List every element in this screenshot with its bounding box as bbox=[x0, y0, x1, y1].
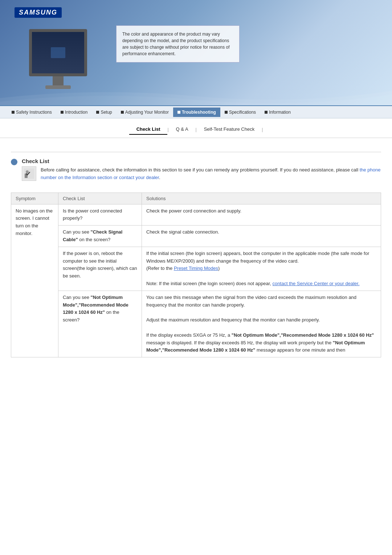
banner-info-box: The color and appearance of the product … bbox=[116, 25, 240, 62]
top-divider bbox=[11, 152, 381, 152]
nav-safety[interactable]: Safety Instructions bbox=[7, 108, 56, 117]
service-center-link[interactable]: contact the Service Center or your deale… bbox=[273, 281, 360, 286]
banner-info-text: The color and appearance of the product … bbox=[122, 32, 230, 56]
nav-trouble-label: Troubleshooting bbox=[182, 110, 216, 115]
check-cell-3: If the power is on, reboot the computer … bbox=[58, 247, 142, 291]
checkmark-icon bbox=[24, 169, 34, 179]
check-cell-2: Can you see "Check Signal Cable" on the … bbox=[58, 226, 142, 247]
nav-trouble-icon bbox=[177, 111, 180, 114]
nav-troubleshooting[interactable]: Troubleshooting bbox=[173, 108, 220, 117]
table-row: Can you see "Check Signal Cable" on the … bbox=[11, 226, 381, 247]
tab-selftest[interactable]: Self-Test Feature Check bbox=[197, 124, 262, 135]
th-symptom: Symptom bbox=[11, 193, 58, 204]
nav-intro-icon bbox=[61, 111, 64, 114]
nav-info-icon bbox=[265, 111, 268, 114]
checklist-icon-area: Before calling for assistance, check the… bbox=[22, 166, 381, 182]
main-navigation: Safety Instructions Introduction Setup A… bbox=[0, 105, 392, 118]
desc-part2: . bbox=[159, 175, 160, 180]
solution-cell-1: Check the power cord connection and supp… bbox=[142, 204, 381, 226]
nav-safety-label: Safety Instructions bbox=[16, 110, 52, 115]
troubleshooting-table: Symptom Check List Solutions No images o… bbox=[11, 193, 381, 358]
svg-rect-1 bbox=[25, 174, 28, 178]
desc-part1: Before calling for assistance, check the… bbox=[41, 167, 360, 173]
section-header: Check List Before calling for assistance… bbox=[11, 158, 381, 186]
nav-spec-icon bbox=[225, 111, 228, 114]
nav-adjusting[interactable]: Adjusting Your Monitor bbox=[117, 108, 173, 117]
section-bullet-icon bbox=[11, 159, 17, 165]
solution-cell-2: Check the signal cable connection. bbox=[142, 226, 381, 247]
nav-introduction[interactable]: Introduction bbox=[56, 108, 92, 117]
table-header-row: Symptom Check List Solutions bbox=[11, 193, 381, 204]
tab-checklist[interactable]: Check List bbox=[129, 124, 168, 135]
nav-adjust-icon bbox=[121, 111, 124, 114]
nav-information[interactable]: Information bbox=[260, 108, 295, 117]
samsung-logo: SAMSUNG bbox=[15, 7, 62, 18]
nav-adjust-label: Adjusting Your Monitor bbox=[125, 110, 169, 115]
check-cell-4: Can you see "Not Optimum Mode","Recommen… bbox=[58, 291, 142, 357]
nav-setup-icon bbox=[96, 111, 99, 114]
wave-decoration bbox=[0, 84, 392, 105]
monitor-screen bbox=[29, 29, 87, 76]
table-row: No images on the screen. I cannot turn o… bbox=[11, 204, 381, 226]
check-cell-1: Is the power cord connected properly? bbox=[58, 204, 142, 226]
symptom-cell-1: No images on the screen. I cannot turn o… bbox=[11, 204, 58, 357]
th-checklist: Check List bbox=[58, 193, 142, 204]
table-row: Can you see "Not Optimum Mode","Recommen… bbox=[11, 291, 381, 357]
nav-setup-label: Setup bbox=[101, 110, 112, 115]
nav-safety-icon bbox=[12, 111, 15, 114]
check-icon-box bbox=[22, 166, 36, 181]
tab-qa[interactable]: Q & A bbox=[169, 124, 196, 135]
tab-sep-3: | bbox=[262, 127, 263, 132]
nav-spec-label: Specifications bbox=[229, 110, 256, 115]
section-title-block: Check List Before calling for assistance… bbox=[22, 158, 381, 182]
header-banner: SAMSUNG The color and appearance of the … bbox=[0, 0, 392, 105]
main-content: Check List Before calling for assistance… bbox=[0, 145, 392, 368]
solution-cell-3: If the initial screen (the login screen)… bbox=[142, 247, 381, 291]
nav-intro-label: Introduction bbox=[65, 110, 88, 115]
nav-setup[interactable]: Setup bbox=[92, 108, 116, 117]
sub-tab-bar: Check List | Q & A | Self-Test Feature C… bbox=[0, 118, 392, 138]
th-solutions: Solutions bbox=[142, 193, 381, 204]
nav-specifications[interactable]: Specifications bbox=[220, 108, 260, 117]
preset-timing-link[interactable]: Preset Timing Modes bbox=[174, 266, 218, 271]
solution-cell-4: You can see this message when the signal… bbox=[142, 291, 381, 357]
section-description: Before calling for assistance, check the… bbox=[41, 166, 381, 182]
table-row: If the power is on, reboot the computer … bbox=[11, 247, 381, 291]
nav-info-label: Information bbox=[269, 110, 291, 115]
svg-point-3 bbox=[26, 170, 29, 173]
section-title: Check List bbox=[22, 158, 381, 164]
